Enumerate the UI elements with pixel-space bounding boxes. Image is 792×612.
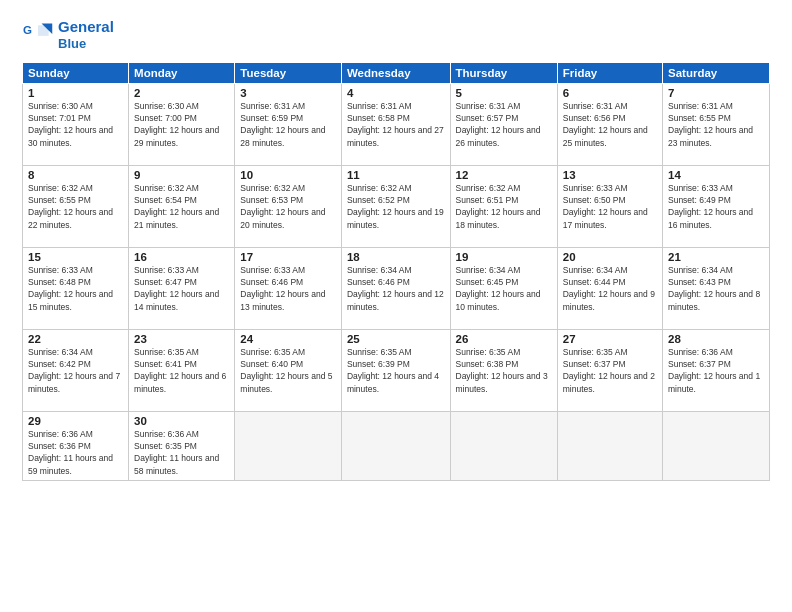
day-info: Sunrise: 6:33 AMSunset: 6:50 PMDaylight:… [563, 182, 657, 231]
day-number: 10 [240, 169, 336, 181]
day-info: Sunrise: 6:32 AMSunset: 6:52 PMDaylight:… [347, 182, 445, 231]
day-number: 9 [134, 169, 229, 181]
calendar-cell [235, 411, 342, 480]
day-info: Sunrise: 6:33 AMSunset: 6:47 PMDaylight:… [134, 264, 229, 313]
calendar-cell: 2Sunrise: 6:30 AMSunset: 7:00 PMDaylight… [129, 83, 235, 165]
day-info: Sunrise: 6:31 AMSunset: 6:55 PMDaylight:… [668, 100, 764, 149]
day-info: Sunrise: 6:35 AMSunset: 6:38 PMDaylight:… [456, 346, 552, 395]
logo-text: General Blue [58, 18, 114, 52]
calendar-table: SundayMondayTuesdayWednesdayThursdayFrid… [22, 62, 770, 481]
day-info: Sunrise: 6:35 AMSunset: 6:41 PMDaylight:… [134, 346, 229, 395]
weekday-header-friday: Friday [557, 62, 662, 83]
day-info: Sunrise: 6:34 AMSunset: 6:45 PMDaylight:… [456, 264, 552, 313]
calendar-cell: 29Sunrise: 6:36 AMSunset: 6:36 PMDayligh… [23, 411, 129, 480]
calendar-week-row: 15Sunrise: 6:33 AMSunset: 6:48 PMDayligh… [23, 247, 770, 329]
day-info: Sunrise: 6:36 AMSunset: 6:36 PMDaylight:… [28, 428, 123, 477]
calendar-cell [557, 411, 662, 480]
calendar-cell: 23Sunrise: 6:35 AMSunset: 6:41 PMDayligh… [129, 329, 235, 411]
day-number: 25 [347, 333, 445, 345]
day-number: 2 [134, 87, 229, 99]
day-number: 26 [456, 333, 552, 345]
day-number: 17 [240, 251, 336, 263]
calendar-cell: 9Sunrise: 6:32 AMSunset: 6:54 PMDaylight… [129, 165, 235, 247]
day-info: Sunrise: 6:32 AMSunset: 6:51 PMDaylight:… [456, 182, 552, 231]
calendar-cell: 7Sunrise: 6:31 AMSunset: 6:55 PMDaylight… [663, 83, 770, 165]
calendar-cell [341, 411, 450, 480]
calendar-cell: 17Sunrise: 6:33 AMSunset: 6:46 PMDayligh… [235, 247, 342, 329]
calendar-cell: 16Sunrise: 6:33 AMSunset: 6:47 PMDayligh… [129, 247, 235, 329]
day-number: 30 [134, 415, 229, 427]
calendar-cell: 20Sunrise: 6:34 AMSunset: 6:44 PMDayligh… [557, 247, 662, 329]
day-number: 16 [134, 251, 229, 263]
day-info: Sunrise: 6:33 AMSunset: 6:49 PMDaylight:… [668, 182, 764, 231]
day-info: Sunrise: 6:35 AMSunset: 6:40 PMDaylight:… [240, 346, 336, 395]
day-info: Sunrise: 6:36 AMSunset: 6:37 PMDaylight:… [668, 346, 764, 395]
header: G General Blue [22, 18, 770, 52]
calendar-week-row: 29Sunrise: 6:36 AMSunset: 6:36 PMDayligh… [23, 411, 770, 480]
calendar-cell: 13Sunrise: 6:33 AMSunset: 6:50 PMDayligh… [557, 165, 662, 247]
day-number: 18 [347, 251, 445, 263]
calendar-cell: 30Sunrise: 6:36 AMSunset: 6:35 PMDayligh… [129, 411, 235, 480]
page: G General Blue SundayMondayTuesdayWednes… [0, 0, 792, 612]
calendar-cell: 22Sunrise: 6:34 AMSunset: 6:42 PMDayligh… [23, 329, 129, 411]
day-number: 5 [456, 87, 552, 99]
calendar-cell: 26Sunrise: 6:35 AMSunset: 6:38 PMDayligh… [450, 329, 557, 411]
svg-text:G: G [23, 24, 32, 36]
weekday-header-wednesday: Wednesday [341, 62, 450, 83]
weekday-header-thursday: Thursday [450, 62, 557, 83]
calendar-cell: 18Sunrise: 6:34 AMSunset: 6:46 PMDayligh… [341, 247, 450, 329]
day-info: Sunrise: 6:33 AMSunset: 6:48 PMDaylight:… [28, 264, 123, 313]
day-number: 27 [563, 333, 657, 345]
day-info: Sunrise: 6:36 AMSunset: 6:35 PMDaylight:… [134, 428, 229, 477]
calendar-cell: 14Sunrise: 6:33 AMSunset: 6:49 PMDayligh… [663, 165, 770, 247]
weekday-header-tuesday: Tuesday [235, 62, 342, 83]
weekday-header-saturday: Saturday [663, 62, 770, 83]
logo: G General Blue [22, 18, 114, 52]
day-info: Sunrise: 6:31 AMSunset: 6:57 PMDaylight:… [456, 100, 552, 149]
calendar-header-row: SundayMondayTuesdayWednesdayThursdayFrid… [23, 62, 770, 83]
calendar-cell: 25Sunrise: 6:35 AMSunset: 6:39 PMDayligh… [341, 329, 450, 411]
day-number: 7 [668, 87, 764, 99]
day-number: 12 [456, 169, 552, 181]
day-number: 13 [563, 169, 657, 181]
weekday-header-sunday: Sunday [23, 62, 129, 83]
day-number: 15 [28, 251, 123, 263]
calendar-cell: 28Sunrise: 6:36 AMSunset: 6:37 PMDayligh… [663, 329, 770, 411]
weekday-header-monday: Monday [129, 62, 235, 83]
day-number: 11 [347, 169, 445, 181]
day-info: Sunrise: 6:34 AMSunset: 6:44 PMDaylight:… [563, 264, 657, 313]
day-info: Sunrise: 6:34 AMSunset: 6:46 PMDaylight:… [347, 264, 445, 313]
day-info: Sunrise: 6:32 AMSunset: 6:55 PMDaylight:… [28, 182, 123, 231]
logo-icon: G [22, 21, 54, 49]
day-number: 21 [668, 251, 764, 263]
day-number: 8 [28, 169, 123, 181]
calendar-cell [450, 411, 557, 480]
calendar-cell: 5Sunrise: 6:31 AMSunset: 6:57 PMDaylight… [450, 83, 557, 165]
calendar-week-row: 1Sunrise: 6:30 AMSunset: 7:01 PMDaylight… [23, 83, 770, 165]
day-number: 4 [347, 87, 445, 99]
calendar-cell: 10Sunrise: 6:32 AMSunset: 6:53 PMDayligh… [235, 165, 342, 247]
calendar-cell: 21Sunrise: 6:34 AMSunset: 6:43 PMDayligh… [663, 247, 770, 329]
calendar-week-row: 8Sunrise: 6:32 AMSunset: 6:55 PMDaylight… [23, 165, 770, 247]
day-info: Sunrise: 6:34 AMSunset: 6:42 PMDaylight:… [28, 346, 123, 395]
day-number: 6 [563, 87, 657, 99]
calendar-week-row: 22Sunrise: 6:34 AMSunset: 6:42 PMDayligh… [23, 329, 770, 411]
day-number: 14 [668, 169, 764, 181]
calendar-cell: 8Sunrise: 6:32 AMSunset: 6:55 PMDaylight… [23, 165, 129, 247]
day-number: 24 [240, 333, 336, 345]
day-number: 19 [456, 251, 552, 263]
day-number: 28 [668, 333, 764, 345]
day-info: Sunrise: 6:35 AMSunset: 6:39 PMDaylight:… [347, 346, 445, 395]
day-info: Sunrise: 6:32 AMSunset: 6:54 PMDaylight:… [134, 182, 229, 231]
day-number: 3 [240, 87, 336, 99]
day-info: Sunrise: 6:34 AMSunset: 6:43 PMDaylight:… [668, 264, 764, 313]
calendar-cell: 15Sunrise: 6:33 AMSunset: 6:48 PMDayligh… [23, 247, 129, 329]
calendar-cell: 24Sunrise: 6:35 AMSunset: 6:40 PMDayligh… [235, 329, 342, 411]
day-number: 29 [28, 415, 123, 427]
calendar-cell [663, 411, 770, 480]
day-number: 20 [563, 251, 657, 263]
calendar-cell: 3Sunrise: 6:31 AMSunset: 6:59 PMDaylight… [235, 83, 342, 165]
day-number: 23 [134, 333, 229, 345]
calendar-cell: 1Sunrise: 6:30 AMSunset: 7:01 PMDaylight… [23, 83, 129, 165]
calendar-cell: 12Sunrise: 6:32 AMSunset: 6:51 PMDayligh… [450, 165, 557, 247]
